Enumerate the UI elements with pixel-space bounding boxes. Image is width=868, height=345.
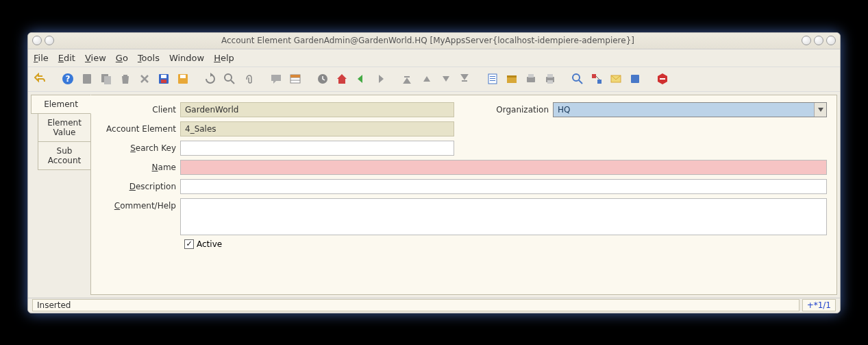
- search-key-label: Search Key: [101, 143, 180, 153]
- svg-line-11: [231, 80, 234, 84]
- svg-rect-31: [597, 80, 602, 84]
- statusbar: Inserted +*1/1: [28, 298, 840, 313]
- tab-element-value[interactable]: Element Value: [38, 113, 91, 142]
- svg-text:?: ?: [66, 74, 71, 84]
- previous-icon[interactable]: [419, 71, 435, 87]
- comment-input[interactable]: [180, 198, 827, 235]
- product-info-icon[interactable]: [627, 71, 643, 87]
- menu-tools[interactable]: Tools: [138, 53, 160, 63]
- refresh-icon[interactable]: [202, 71, 219, 87]
- find-icon[interactable]: [221, 71, 238, 87]
- close-button[interactable]: [826, 36, 836, 45]
- forward-icon[interactable]: [372, 71, 388, 87]
- account-element-label: Account Element: [101, 124, 180, 134]
- delete-selection-icon[interactable]: [136, 71, 153, 87]
- svg-rect-20: [490, 80, 495, 81]
- menu-help[interactable]: Help: [214, 53, 234, 63]
- svg-rect-19: [490, 78, 495, 79]
- delete-icon[interactable]: [117, 71, 134, 87]
- menu-window[interactable]: Window: [169, 53, 204, 63]
- menubar: File Edit View Go Tools Window Help: [28, 49, 840, 67]
- svg-rect-34: [631, 75, 639, 83]
- end-icon[interactable]: [654, 71, 671, 87]
- help-icon[interactable]: ?: [60, 71, 76, 87]
- svg-rect-27: [547, 80, 553, 84]
- active-label: Active: [197, 239, 222, 249]
- organization-select[interactable]: HQ: [553, 102, 827, 117]
- window-menu-button[interactable]: [32, 36, 42, 45]
- client-label: Client: [101, 105, 180, 115]
- report-icon[interactable]: [484, 71, 501, 87]
- first-icon[interactable]: [399, 71, 416, 87]
- menu-edit[interactable]: Edit: [58, 53, 75, 63]
- form-panel: Client GardenWorld Organization HQ Accou…: [90, 95, 837, 295]
- zoom-across-icon[interactable]: [569, 71, 586, 87]
- toolbar: ?: [28, 67, 840, 92]
- next-icon[interactable]: [438, 71, 454, 87]
- svg-rect-7: [161, 80, 166, 83]
- svg-rect-24: [528, 74, 534, 78]
- grid-toggle-icon[interactable]: [287, 71, 303, 87]
- svg-line-29: [579, 80, 582, 84]
- print-icon[interactable]: [542, 71, 558, 87]
- status-record-info[interactable]: +*1/1: [802, 299, 836, 311]
- svg-line-32: [596, 76, 599, 80]
- undo-icon[interactable]: [32, 71, 49, 87]
- description-input[interactable]: [180, 179, 827, 194]
- home-icon[interactable]: [334, 71, 350, 87]
- svg-rect-18: [490, 76, 495, 77]
- attachment-icon[interactable]: [240, 71, 257, 87]
- archive-icon[interactable]: [504, 71, 520, 87]
- name-label: Name: [101, 163, 180, 172]
- name-input[interactable]: [180, 160, 827, 175]
- organization-label: Organization: [491, 105, 553, 115]
- save-create-icon[interactable]: [175, 71, 191, 87]
- back-icon[interactable]: [353, 71, 369, 87]
- menu-view[interactable]: View: [85, 53, 106, 63]
- main-area: Element Element Value Sub Account Client…: [28, 92, 840, 298]
- svg-rect-2: [83, 74, 91, 84]
- minimize-button[interactable]: [802, 36, 811, 45]
- tabs: Element Element Value Sub Account: [31, 95, 91, 295]
- save-icon[interactable]: [156, 71, 172, 87]
- last-icon[interactable]: [457, 71, 473, 87]
- application-window: Account Element GardenAdmin@GardenWorld.…: [27, 32, 841, 313]
- maximize-button[interactable]: [814, 36, 823, 45]
- chat-icon[interactable]: [268, 71, 284, 87]
- menu-go[interactable]: Go: [116, 53, 128, 63]
- svg-rect-36: [660, 78, 665, 80]
- window-pin-button[interactable]: [45, 36, 54, 45]
- window-title: Account Element GardenAdmin@GardenWorld.…: [54, 36, 802, 45]
- status-message: Inserted: [32, 299, 799, 311]
- account-element-field: 4_Sales: [180, 121, 454, 136]
- client-field: GardenWorld: [180, 102, 454, 117]
- tab-element[interactable]: Element: [31, 95, 91, 114]
- titlebar: Account Element GardenAdmin@GardenWorld.…: [28, 33, 840, 49]
- tab-sub-account[interactable]: Sub Account: [38, 141, 91, 170]
- new-icon[interactable]: [79, 71, 95, 87]
- dropdown-icon[interactable]: [814, 103, 826, 117]
- svg-rect-9: [180, 75, 186, 78]
- history-icon[interactable]: [314, 71, 331, 87]
- description-label: Description: [101, 182, 180, 191]
- svg-point-28: [573, 74, 580, 81]
- svg-point-10: [225, 74, 232, 81]
- search-key-input[interactable]: [180, 141, 454, 156]
- workflow-icon[interactable]: [588, 71, 605, 87]
- copy-icon[interactable]: [98, 71, 114, 87]
- svg-rect-30: [592, 74, 596, 78]
- svg-rect-23: [527, 77, 535, 82]
- svg-rect-15: [290, 75, 300, 78]
- svg-rect-6: [161, 75, 166, 78]
- request-icon[interactable]: [608, 71, 624, 87]
- svg-rect-22: [507, 75, 517, 78]
- print-preview-icon[interactable]: [523, 71, 539, 87]
- svg-rect-26: [547, 74, 553, 78]
- active-checkbox[interactable]: ✓: [184, 239, 194, 249]
- svg-rect-4: [104, 76, 111, 84]
- menu-file[interactable]: File: [34, 53, 49, 63]
- comment-label: Comment/Help: [101, 198, 180, 211]
- organization-value: HQ: [554, 105, 814, 115]
